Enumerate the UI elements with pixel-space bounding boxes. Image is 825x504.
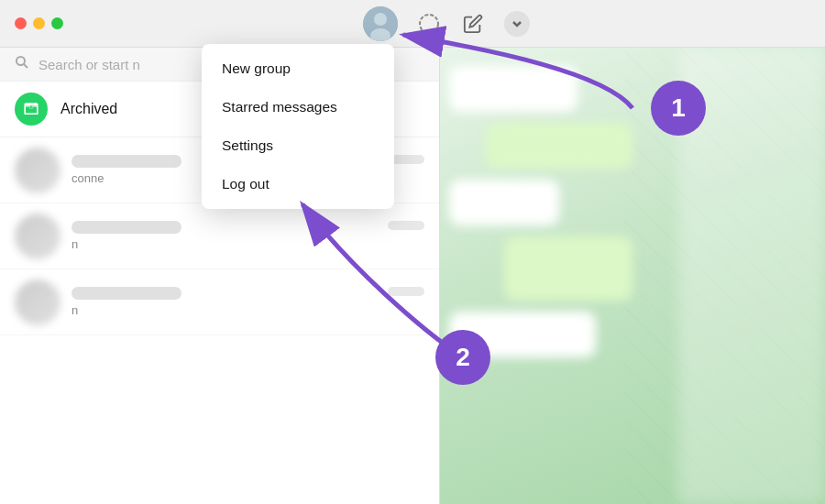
menu-item-new-group[interactable]: New group — [202, 49, 394, 88]
chat-time — [388, 287, 424, 296]
chat-name — [72, 287, 182, 300]
chat-bubble — [504, 236, 632, 301]
chat-item[interactable]: n — [0, 269, 439, 335]
svg-point-3 — [420, 15, 438, 33]
chat-time — [388, 221, 424, 230]
minimize-button[interactable] — [33, 17, 45, 29]
chat-item[interactable]: n — [0, 203, 439, 269]
svg-point-4 — [16, 57, 25, 65]
svg-rect-6 — [25, 103, 38, 105]
avatar[interactable] — [363, 6, 398, 41]
chat-content: n — [72, 287, 424, 317]
avatar — [15, 279, 60, 325]
maximize-button[interactable] — [51, 17, 63, 29]
chat-content: n — [72, 221, 424, 251]
svg-line-5 — [24, 64, 28, 68]
close-button[interactable] — [15, 17, 27, 29]
traffic-lights — [15, 17, 63, 29]
avatar — [15, 148, 60, 193]
chat-name — [72, 155, 182, 168]
svg-point-1 — [374, 13, 387, 26]
menu-item-log-out[interactable]: Log out — [202, 165, 394, 203]
archived-label: Archived — [60, 101, 117, 117]
status-icon[interactable] — [416, 11, 442, 37]
compose-icon[interactable] — [460, 11, 486, 37]
archive-icon — [15, 93, 48, 126]
titlebar — [0, 0, 825, 48]
menu-item-settings[interactable]: Settings — [202, 126, 394, 165]
chat-bubbles — [449, 66, 632, 357]
chat-preview: n — [72, 303, 424, 317]
titlebar-center — [82, 6, 810, 41]
chat-preview: n — [72, 237, 424, 251]
chat-bubble — [449, 66, 578, 112]
dropdown-menu: New group Starred messages Settings Log … — [202, 44, 394, 209]
chat-bubble — [486, 123, 632, 169]
search-input[interactable]: Search or start n — [38, 57, 140, 72]
avatar — [15, 214, 60, 259]
annotation-circle-2: 2 — [435, 330, 490, 385]
menu-chevron-button[interactable] — [504, 11, 530, 37]
chat-name — [72, 221, 182, 234]
chat-area — [440, 48, 825, 504]
chat-bubble — [449, 180, 559, 225]
annotation-circle-1: 1 — [651, 81, 706, 136]
search-icon — [15, 55, 29, 73]
menu-item-starred-messages[interactable]: Starred messages — [202, 88, 394, 126]
